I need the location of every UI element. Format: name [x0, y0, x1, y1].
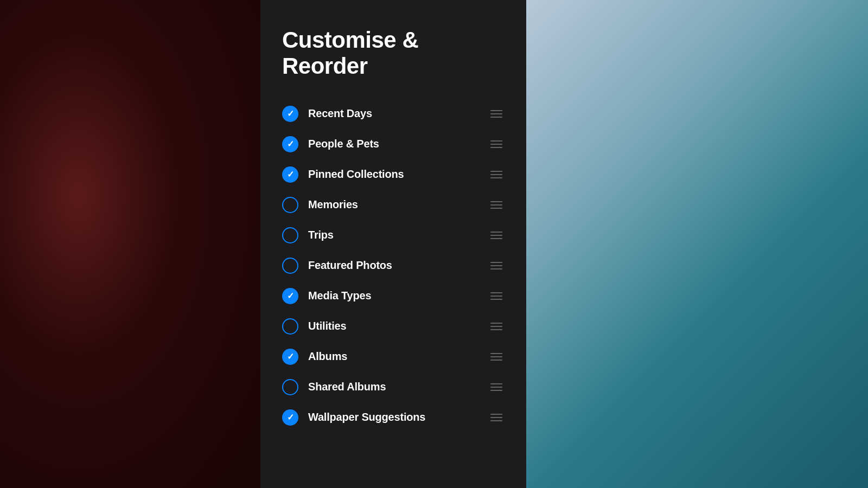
list-item-pinned-collections[interactable]: ✓Pinned Collections — [282, 159, 505, 190]
drag-handle-line — [490, 201, 502, 202]
checkbox-pinned-collections[interactable]: ✓ — [282, 166, 298, 183]
drag-handle-line — [490, 147, 502, 148]
left-background-panel — [0, 0, 260, 488]
checkbox-people-pets[interactable]: ✓ — [282, 136, 298, 152]
drag-handle-line — [490, 268, 502, 269]
drag-handle-line — [490, 113, 502, 114]
item-label-featured-photos: Featured Photos — [308, 259, 488, 272]
checkbox-utilities[interactable] — [282, 318, 298, 335]
drag-handle-line — [490, 171, 502, 172]
checkbox-featured-photos[interactable] — [282, 258, 298, 274]
drag-handle-line — [490, 329, 502, 330]
list-item-memories[interactable]: Memories — [282, 190, 505, 220]
drag-handle-albums[interactable] — [488, 351, 505, 363]
checkmark-wallpaper-suggestions: ✓ — [287, 413, 294, 422]
drag-handle-line — [490, 323, 502, 324]
main-panel: Customise &Reorder ✓Recent Days✓People &… — [260, 0, 526, 488]
drag-handle-line — [490, 177, 502, 178]
checkbox-memories[interactable] — [282, 197, 298, 213]
item-label-wallpaper-suggestions: Wallpaper Suggestions — [308, 411, 488, 423]
drag-handle-line — [490, 265, 502, 266]
checkbox-recent-days[interactable]: ✓ — [282, 106, 298, 122]
drag-handle-line — [490, 144, 502, 145]
drag-handle-line — [490, 296, 502, 297]
list-item-featured-photos[interactable]: Featured Photos — [282, 251, 505, 281]
item-label-pinned-collections: Pinned Collections — [308, 168, 488, 181]
checkbox-wallpaper-suggestions[interactable]: ✓ — [282, 409, 298, 426]
checkmark-albums: ✓ — [287, 352, 294, 361]
list-item-trips[interactable]: Trips — [282, 220, 505, 251]
item-label-recent-days: Recent Days — [308, 107, 488, 120]
checkbox-shared-albums[interactable] — [282, 379, 298, 395]
drag-handle-line — [490, 110, 502, 111]
drag-handle-line — [490, 235, 502, 236]
drag-handle-trips[interactable] — [488, 229, 505, 241]
item-label-shared-albums: Shared Albums — [308, 381, 488, 393]
list-item-wallpaper-suggestions[interactable]: ✓Wallpaper Suggestions — [282, 402, 505, 433]
drag-handle-shared-albums[interactable] — [488, 381, 505, 393]
collections-list: ✓Recent Days✓People & Pets✓Pinned Collec… — [282, 99, 505, 433]
drag-handle-people-pets[interactable] — [488, 138, 505, 150]
drag-handle-line — [490, 262, 502, 263]
checkmark-people-pets: ✓ — [287, 140, 294, 149]
drag-handle-line — [490, 292, 502, 293]
drag-handle-line — [490, 387, 502, 388]
drag-handle-line — [490, 208, 502, 209]
checkbox-trips[interactable] — [282, 227, 298, 243]
drag-handle-line — [490, 420, 502, 421]
drag-handle-line — [490, 356, 502, 357]
list-item-recent-days[interactable]: ✓Recent Days — [282, 99, 505, 129]
right-background-panel — [526, 0, 868, 488]
list-item-people-pets[interactable]: ✓People & Pets — [282, 129, 505, 159]
checkmark-media-types: ✓ — [287, 292, 294, 300]
drag-handle-line — [490, 353, 502, 354]
drag-handle-line — [490, 326, 502, 327]
item-label-trips: Trips — [308, 229, 488, 241]
item-label-utilities: Utilities — [308, 320, 488, 332]
list-item-albums[interactable]: ✓Albums — [282, 342, 505, 372]
drag-handle-line — [490, 390, 502, 391]
item-label-memories: Memories — [308, 198, 488, 211]
checkmark-recent-days: ✓ — [287, 110, 294, 118]
drag-handle-line — [490, 417, 502, 418]
drag-handle-utilities[interactable] — [488, 320, 505, 332]
drag-handle-line — [490, 299, 502, 300]
drag-handle-featured-photos[interactable] — [488, 260, 505, 272]
list-item-utilities[interactable]: Utilities — [282, 311, 505, 342]
item-label-albums: Albums — [308, 350, 488, 363]
drag-handle-line — [490, 414, 502, 415]
drag-handle-recent-days[interactable] — [488, 108, 505, 120]
drag-handle-line — [490, 140, 502, 142]
drag-handle-line — [490, 383, 502, 384]
page-title: Customise &Reorder — [282, 27, 505, 80]
drag-handle-line — [490, 359, 502, 361]
checkbox-media-types[interactable]: ✓ — [282, 288, 298, 304]
drag-handle-memories[interactable] — [488, 199, 505, 211]
drag-handle-line — [490, 204, 502, 206]
drag-handle-media-types[interactable] — [488, 290, 505, 302]
item-label-people-pets: People & Pets — [308, 138, 488, 150]
item-label-media-types: Media Types — [308, 290, 488, 302]
drag-handle-line — [490, 238, 502, 239]
drag-handle-wallpaper-suggestions[interactable] — [488, 412, 505, 423]
list-item-media-types[interactable]: ✓Media Types — [282, 281, 505, 311]
drag-handle-line — [490, 174, 502, 175]
drag-handle-line — [490, 232, 502, 233]
list-item-shared-albums[interactable]: Shared Albums — [282, 372, 505, 402]
checkbox-albums[interactable]: ✓ — [282, 349, 298, 365]
checkmark-pinned-collections: ✓ — [287, 170, 294, 179]
drag-handle-pinned-collections[interactable] — [488, 169, 505, 181]
drag-handle-line — [490, 117, 502, 118]
